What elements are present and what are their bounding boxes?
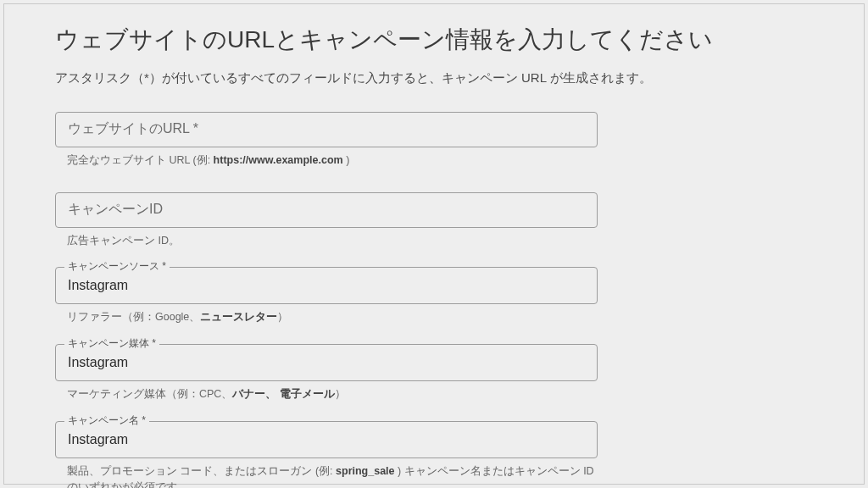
campaign-id-placeholder: キャンペーンID: [68, 201, 163, 219]
campaign-id-helper: 広告キャンペーン ID。: [55, 233, 598, 249]
website-url-placeholder: ウェブサイトのURL *: [68, 120, 198, 138]
campaign-source-input[interactable]: [68, 278, 585, 293]
website-url-helper: 完全なウェブサイト URL (例: https://www.example.co…: [55, 152, 598, 169]
campaign-medium-label: キャンペーン媒体 *: [64, 338, 159, 348]
campaign-source-label: キャンペーンソース *: [64, 261, 170, 271]
campaign-name-input-container[interactable]: キャンペーン名 *: [55, 421, 598, 458]
campaign-id-input-container[interactable]: キャンペーンID: [55, 192, 598, 228]
campaign-name-input[interactable]: [68, 432, 585, 447]
campaign-medium-helper: マーケティング媒体（例：CPC、バナー、 電子メール）: [55, 386, 598, 402]
page-title: ウェブサイトのURLとキャンペーン情報を入力してください: [55, 25, 813, 55]
form-panel: ウェブサイトのURLとキャンペーン情報を入力してください アスタリスク（*）が付…: [3, 3, 865, 485]
campaign-name-label: キャンペーン名 *: [64, 415, 149, 425]
page-subtitle: アスタリスク（*）が付いているすべてのフィールドに入力すると、キャンペーン UR…: [55, 69, 813, 88]
campaign-source-helper: リファラー（例：Google、ニュースレター）: [55, 309, 598, 325]
field-website-url: ウェブサイトのURL * 完全なウェブサイト URL (例: https://w…: [55, 112, 598, 169]
campaign-medium-input[interactable]: [68, 355, 585, 370]
field-campaign-id: キャンペーンID 広告キャンペーン ID。: [55, 192, 598, 249]
campaign-name-helper: 製品、プロモーション コード、またはスローガン (例: spring_sale …: [55, 463, 598, 488]
field-campaign-name: キャンペーン名 * 製品、プロモーション コード、またはスローガン (例: sp…: [55, 421, 598, 488]
campaign-medium-input-container[interactable]: キャンペーン媒体 *: [55, 344, 598, 381]
field-campaign-source: キャンペーンソース * リファラー（例：Google、ニュースレター）: [55, 267, 598, 325]
campaign-source-input-container[interactable]: キャンペーンソース *: [55, 267, 598, 304]
website-url-input-container[interactable]: ウェブサイトのURL *: [55, 112, 598, 147]
field-campaign-medium: キャンペーン媒体 * マーケティング媒体（例：CPC、バナー、 電子メール）: [55, 344, 598, 402]
